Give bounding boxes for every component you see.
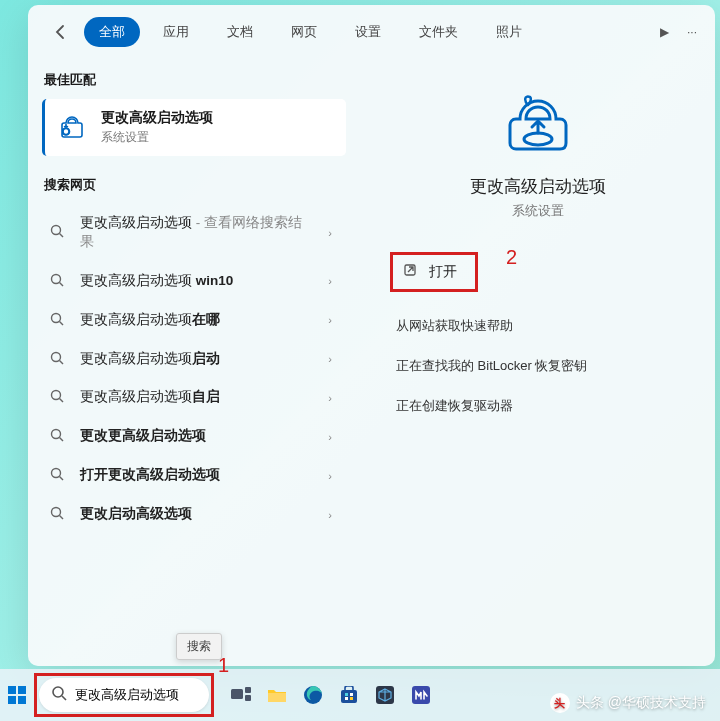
tab-photos[interactable]: 照片 bbox=[481, 17, 537, 47]
web-result-item[interactable]: 更改高级启动选项自启› bbox=[42, 378, 346, 417]
back-button[interactable] bbox=[46, 17, 76, 47]
open-icon bbox=[403, 263, 419, 281]
preview-pane: 更改高级启动选项 系统设置 打开 2 从网站获取快速帮助 正在查找我的 BitL… bbox=[360, 57, 715, 666]
store-icon[interactable] bbox=[334, 680, 364, 710]
web-result-text: 更改更高级启动选项 bbox=[80, 427, 314, 446]
action-web-help[interactable]: 从网站获取快速帮助 bbox=[388, 306, 687, 346]
svg-point-2 bbox=[52, 274, 61, 283]
start-button[interactable] bbox=[6, 675, 28, 715]
best-match-title: 更改高级启动选项 bbox=[101, 109, 213, 127]
chevron-right-icon: › bbox=[328, 275, 332, 287]
tab-documents[interactable]: 文档 bbox=[212, 17, 268, 47]
edge-icon[interactable] bbox=[298, 680, 328, 710]
search-icon bbox=[50, 351, 66, 368]
more-icon[interactable]: ··· bbox=[687, 25, 697, 39]
svg-rect-11 bbox=[8, 686, 16, 694]
search-icon bbox=[51, 685, 67, 705]
tab-all[interactable]: 全部 bbox=[84, 17, 140, 47]
web-result-item[interactable]: 打开更改高级启动选项› bbox=[42, 456, 346, 495]
search-icon bbox=[50, 506, 66, 523]
search-icon bbox=[50, 224, 66, 241]
svg-rect-12 bbox=[18, 686, 26, 694]
svg-point-1 bbox=[52, 226, 61, 235]
search-input[interactable] bbox=[75, 688, 243, 703]
web-result-text: 更改高级启动选项自启 bbox=[80, 388, 314, 407]
web-result-item[interactable]: 更改高级启动选项 win10› bbox=[42, 262, 346, 301]
chevron-right-icon: › bbox=[328, 314, 332, 326]
play-icon[interactable]: ▶ bbox=[660, 25, 669, 39]
search-results-window: 全部 应用 文档 网页 设置 文件夹 照片 ▶ ··· 最佳匹配 更改高级启动选… bbox=[28, 5, 715, 666]
watermark: 头 头条 @华硕技术支持 bbox=[550, 693, 706, 713]
svg-point-8 bbox=[52, 508, 61, 517]
tab-folders[interactable]: 文件夹 bbox=[404, 17, 473, 47]
chevron-right-icon: › bbox=[328, 227, 332, 239]
web-result-text: 更改高级启动选项启动 bbox=[80, 350, 314, 369]
watermark-logo-icon: 头 bbox=[550, 693, 570, 713]
results-list: 最佳匹配 更改高级启动选项 系统设置 搜索网页 更改高级启动选项 - 查看网络搜… bbox=[28, 57, 360, 666]
chevron-right-icon: › bbox=[328, 431, 332, 443]
taskbar-apps bbox=[226, 680, 436, 710]
best-match-item[interactable]: 更改高级启动选项 系统设置 bbox=[42, 99, 346, 156]
svg-rect-13 bbox=[8, 696, 16, 704]
preview-subtitle: 系统设置 bbox=[512, 203, 564, 220]
annotation-2: 2 bbox=[506, 246, 517, 269]
svg-rect-14 bbox=[18, 696, 26, 704]
web-result-item[interactable]: 更改启动高级选项› bbox=[42, 495, 346, 534]
preview-icon bbox=[506, 95, 570, 157]
web-result-item[interactable]: 更改高级启动选项启动› bbox=[42, 340, 346, 379]
web-result-item[interactable]: 更改高级启动选项在哪› bbox=[42, 301, 346, 340]
action-recovery-drive[interactable]: 正在创建恢复驱动器 bbox=[388, 386, 687, 426]
svg-rect-19 bbox=[268, 693, 286, 702]
svg-rect-23 bbox=[350, 693, 353, 696]
tab-apps[interactable]: 应用 bbox=[148, 17, 204, 47]
startup-settings-icon bbox=[57, 113, 87, 143]
action-bitlocker[interactable]: 正在查找我的 BitLocker 恢复密钥 bbox=[388, 346, 687, 386]
annotation-1: 1 bbox=[218, 654, 229, 677]
actions-list: 打开 2 从网站获取快速帮助 正在查找我的 BitLocker 恢复密钥 正在创… bbox=[388, 252, 687, 426]
web-result-text: 更改高级启动选项 - 查看网络搜索结果 bbox=[80, 214, 314, 252]
svg-point-6 bbox=[52, 430, 61, 439]
preview-title: 更改高级启动选项 bbox=[470, 175, 606, 198]
svg-point-4 bbox=[52, 352, 61, 361]
web-result-text: 更改高级启动选项 win10 bbox=[80, 272, 314, 291]
explorer-icon[interactable] bbox=[262, 680, 292, 710]
chevron-right-icon: › bbox=[328, 470, 332, 482]
web-result-item[interactable]: 更改高级启动选项 - 查看网络搜索结果› bbox=[42, 204, 346, 262]
search-icon bbox=[50, 467, 66, 484]
web-results-heading: 搜索网页 bbox=[44, 176, 346, 194]
svg-rect-25 bbox=[350, 697, 353, 700]
svg-point-5 bbox=[52, 391, 61, 400]
best-match-subtitle: 系统设置 bbox=[101, 129, 213, 146]
search-icon bbox=[50, 428, 66, 445]
open-action[interactable]: 打开 bbox=[390, 252, 478, 292]
tab-settings[interactable]: 设置 bbox=[340, 17, 396, 47]
search-icon bbox=[50, 312, 66, 329]
search-tooltip: 搜索 bbox=[176, 633, 222, 660]
svg-rect-21 bbox=[341, 690, 357, 703]
svg-point-3 bbox=[52, 313, 61, 322]
open-label: 打开 bbox=[429, 263, 457, 281]
content-area: 最佳匹配 更改高级启动选项 系统设置 搜索网页 更改高级启动选项 - 查看网络搜… bbox=[28, 57, 715, 666]
svg-point-15 bbox=[53, 687, 63, 697]
svg-point-9 bbox=[524, 133, 552, 145]
tab-web[interactable]: 网页 bbox=[276, 17, 332, 47]
web-result-text: 打开更改高级启动选项 bbox=[80, 466, 314, 485]
web-result-text: 更改启动高级选项 bbox=[80, 505, 314, 524]
app-cube-icon[interactable] bbox=[370, 680, 400, 710]
search-icon bbox=[50, 273, 66, 290]
chevron-right-icon: › bbox=[328, 392, 332, 404]
svg-point-7 bbox=[52, 469, 61, 478]
search-bar-annotation: 1 bbox=[34, 673, 214, 717]
svg-rect-22 bbox=[345, 693, 348, 696]
svg-rect-18 bbox=[245, 695, 251, 701]
app-m-icon[interactable] bbox=[406, 680, 436, 710]
filter-header: 全部 应用 文档 网页 设置 文件夹 照片 ▶ ··· bbox=[28, 5, 715, 57]
chevron-right-icon: › bbox=[328, 509, 332, 521]
best-match-heading: 最佳匹配 bbox=[44, 71, 346, 89]
svg-point-0 bbox=[63, 128, 69, 134]
svg-rect-17 bbox=[245, 687, 251, 693]
web-result-item[interactable]: 更改更高级启动选项› bbox=[42, 417, 346, 456]
chevron-right-icon: › bbox=[328, 353, 332, 365]
taskbar-search[interactable] bbox=[39, 678, 209, 712]
search-icon bbox=[50, 389, 66, 406]
